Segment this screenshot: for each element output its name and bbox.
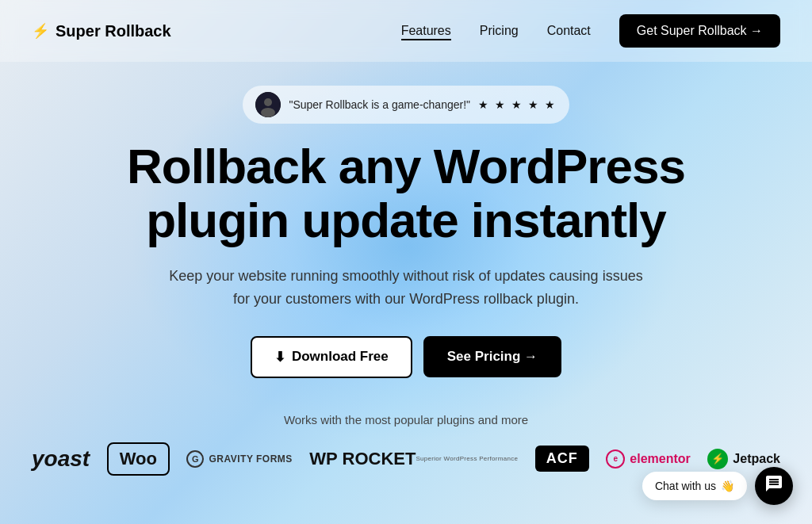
chat-label: Chat with us [655,480,716,492]
navbar: ⚡ Super Rollback Features Pricing Contac… [0,0,812,62]
gravity-icon: G [186,450,204,468]
gravity-text: GRAVITY FORMS [209,453,292,465]
wprocket-text: WP ROCKET [309,450,416,468]
partners-label: Works with the most popular plugins and … [32,413,780,426]
logo-text: Super Rollback [56,22,171,40]
logo-link[interactable]: ⚡ Super Rollback [32,22,171,40]
see-pricing-label: See Pricing → [447,349,538,365]
nav-pricing[interactable]: Pricing [480,24,519,37]
woo-text: Woo [120,449,157,469]
testimonial-badge: "Super Rollback is a game-changer!" ★ ★ … [243,86,569,124]
nav-cta-button[interactable]: Get Super Rollback → [619,14,780,48]
wprocket-logo: WP ROCKET Superior WordPress Performance [309,450,518,468]
chat-open-button[interactable] [755,467,793,505]
chat-icon [764,474,783,498]
download-free-button[interactable]: ⬇ Download Free [251,336,412,378]
hero-title: Rollback any WordPress plugin update ins… [97,140,715,247]
download-free-label: Download Free [292,349,389,365]
woo-logo: Woo [107,442,170,476]
acf-logo: ACF [535,446,589,472]
elementor-text: elementor [630,452,690,466]
svg-point-2 [261,108,275,117]
nav-features[interactable]: Features [401,24,451,40]
hero-section: "Super Rollback is a game-changer!" ★ ★ … [0,62,812,378]
nav-contact[interactable]: Contact [547,24,591,37]
hero-subtitle: Keep your website running smoothly witho… [168,265,644,311]
download-icon: ⬇ [274,349,285,365]
nav-links: Features Pricing Contact Get Super Rollb… [401,14,780,48]
jetpack-text: Jetpack [733,452,780,466]
chat-widget: Chat with us 👋 [642,467,793,505]
yoast-text: yoast [32,446,90,472]
svg-point-1 [264,98,272,106]
gravity-forms-logo: G GRAVITY FORMS [186,450,292,468]
elementor-logo: e elementor [606,449,690,469]
cta-group: ⬇ Download Free See Pricing → [16,336,796,378]
chat-bubble: Chat with us 👋 [642,472,747,500]
star-rating: ★ ★ ★ ★ ★ [478,98,557,111]
avatar [255,92,281,117]
acf-text: ACF [546,450,578,467]
elementor-icon: e [606,449,625,469]
logo-icon: ⚡ [32,22,49,40]
testimonial-quote: "Super Rollback is a game-changer!" [289,98,470,111]
see-pricing-button[interactable]: See Pricing → [423,336,561,377]
wprocket-tagline: Superior WordPress Performance [416,455,518,462]
chat-emoji: 👋 [721,480,734,492]
yoast-logo: yoast [32,446,90,472]
